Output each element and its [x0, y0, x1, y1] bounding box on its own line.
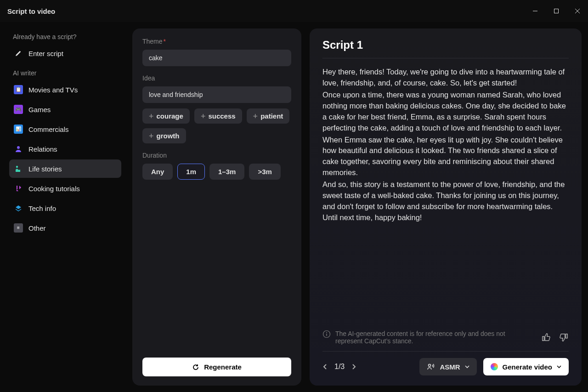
theme-input[interactable] [142, 50, 291, 66]
relations-icon [14, 144, 23, 153]
duration-gt3m[interactable]: >3m [249, 164, 280, 180]
prev-button[interactable] [322, 364, 328, 370]
script-panel: Script 1 Hey there, friends! Today, we'r… [310, 28, 582, 386]
sidebar-item-commercials[interactable]: 📊 Commercials [9, 120, 121, 138]
svg-point-5 [16, 166, 18, 168]
svg-point-9 [429, 364, 431, 367]
pager-text: 1/3 [334, 363, 345, 371]
chip-patient[interactable]: +patient [247, 108, 290, 124]
movies-icon: 📋 [14, 85, 23, 94]
script-paragraph: And so, this story is a testament to the… [322, 179, 569, 223]
tech-icon [14, 204, 23, 213]
theme-label: Theme* [142, 38, 291, 45]
minimize-button[interactable] [525, 0, 546, 22]
plus-icon: + [149, 113, 154, 119]
script-paragraph: Once upon a time, there was a young woma… [322, 90, 569, 134]
idea-label: Idea [142, 74, 291, 82]
plus-icon: + [201, 113, 206, 119]
info-icon [322, 330, 331, 338]
titlebar: Script to video [0, 0, 588, 22]
script-title: Script 1 [322, 39, 569, 58]
svg-rect-1 [554, 9, 559, 13]
regenerate-button[interactable]: Regenerate [142, 358, 291, 376]
next-button[interactable] [351, 364, 356, 370]
svg-point-7 [326, 332, 327, 333]
voice-icon [427, 363, 435, 371]
close-button[interactable] [567, 0, 588, 22]
sidebar-item-label: Games [28, 106, 51, 114]
sidebar-item-label: Movies and TVs [28, 86, 78, 94]
sidebar-item-label: Commercials [28, 125, 69, 133]
rainbow-icon [491, 363, 498, 370]
sidebar-item-label: Tech info [28, 205, 56, 212]
script-paragraph: Hey there, friends! Today, we're going t… [322, 67, 569, 89]
games-icon: 🎮 [14, 105, 23, 114]
sidebar-item-label: Cooking tutorials [28, 185, 80, 193]
commercials-icon: 📊 [14, 125, 23, 134]
duration-label: Duration [142, 152, 291, 159]
thumbs-up-button[interactable] [541, 332, 551, 342]
script-paragraph: When Emma saw the cake, her eyes lit up … [322, 135, 569, 179]
sidebar-item-cooking[interactable]: Cooking tutorials [9, 179, 121, 198]
chip-growth[interactable]: +growth [142, 128, 186, 143]
window-title: Script to video [7, 7, 55, 15]
plus-icon: + [253, 113, 258, 119]
life-stories-icon [14, 164, 23, 173]
chevron-down-icon [557, 365, 561, 369]
ai-writer-label: AI writer [9, 68, 121, 80]
already-have-script-label: Already have a script? [9, 32, 121, 44]
other-icon: ≡ [14, 223, 23, 233]
voice-select-button[interactable]: ASMR [419, 358, 476, 375]
chip-courage[interactable]: +courage [142, 108, 190, 124]
refresh-icon [192, 364, 199, 371]
sidebar-item-label: Enter script [28, 50, 63, 57]
chip-success[interactable]: +success [194, 108, 242, 124]
svg-point-4 [17, 146, 20, 149]
sidebar-item-label: Relations [28, 145, 57, 153]
sidebar-item-label: Other [28, 224, 46, 232]
sidebar-item-label: Life stories [28, 165, 62, 173]
enter-script-item[interactable]: Enter script [9, 44, 121, 62]
disclaimer-text: The AI-generated content is for referenc… [335, 330, 533, 345]
input-panel: Theme* Idea +courage +success +patient +… [132, 28, 301, 386]
sidebar-item-relations[interactable]: Relations [9, 140, 121, 158]
sidebar: Already have a script? Enter script AI w… [6, 28, 124, 386]
sidebar-item-other[interactable]: ≡ Other [9, 219, 121, 237]
maximize-button[interactable] [546, 0, 567, 22]
sidebar-item-games[interactable]: 🎮 Games [9, 100, 121, 119]
pager: 1/3 [322, 363, 356, 371]
pencil-icon [14, 49, 23, 58]
generate-video-button[interactable]: Generate video [483, 358, 569, 375]
script-body: Hey there, friends! Today, we're going t… [322, 58, 569, 325]
chevron-down-icon [465, 365, 469, 369]
sidebar-item-movies[interactable]: 📋 Movies and TVs [9, 80, 121, 99]
plus-icon: + [149, 133, 154, 139]
sidebar-item-tech[interactable]: Tech info [9, 199, 121, 217]
cooking-icon [14, 184, 23, 193]
duration-1-3m[interactable]: 1–3m [209, 164, 244, 180]
duration-1m[interactable]: 1m [177, 164, 205, 180]
idea-input[interactable] [142, 86, 291, 103]
thumbs-down-button[interactable] [559, 332, 569, 342]
sidebar-item-life-stories[interactable]: Life stories [9, 159, 121, 178]
duration-any[interactable]: Any [142, 164, 173, 180]
